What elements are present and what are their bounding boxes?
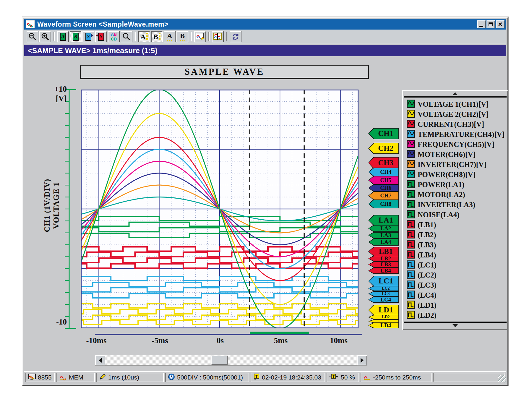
channel-tag-lc2[interactable]: LC2 (368, 286, 399, 291)
cursor-a-toggle-button[interactable]: A (138, 31, 150, 42)
status-text: MEM (69, 374, 83, 381)
channel-tag-ld2[interactable]: LD2 (368, 315, 399, 319)
tag-label: LB2 (368, 256, 399, 262)
search-button[interactable] (121, 31, 132, 42)
channel-tag-ch1[interactable]: CH1 (368, 128, 399, 139)
legend-item-current-ch3-v[interactable]: CURRENT(CH3)[V] (404, 119, 506, 129)
channel-tag-la3[interactable]: LA3 (368, 232, 399, 239)
y-axis-top-label: +10 (42, 85, 67, 94)
goto-end-button[interactable]: S (95, 31, 107, 42)
channel-tag-lc4[interactable]: LC4 (368, 296, 399, 303)
goto-cursor-a-button[interactable]: A (57, 31, 69, 42)
channel-tag-lb4[interactable]: LB4 (368, 267, 399, 274)
close-button[interactable]: × (496, 20, 505, 28)
maximize-button[interactable] (486, 20, 495, 28)
refresh-button[interactable] (230, 31, 241, 42)
channel-tag-ch2[interactable]: CH2 (368, 143, 399, 154)
legend-item-lb2[interactable]: (LB2) (404, 230, 506, 240)
square-wave-icon (407, 301, 415, 310)
channel-tag-ch6[interactable]: CH6 (368, 184, 399, 192)
end-flag-icon: S (98, 33, 104, 41)
square-wave-icon (407, 270, 415, 280)
channel-tag-ch5[interactable]: CH5 (368, 176, 399, 185)
toolbar-separator (135, 32, 136, 41)
legend-item-motor-la2[interactable]: MOTOR(LA2) (404, 190, 506, 200)
svg-text:T: T (332, 374, 335, 379)
channel-group-abcd-button[interactable]: AB CD (108, 31, 120, 42)
cursor-b-toggle-button[interactable]: B (151, 31, 163, 42)
sine-wave-icon (407, 130, 415, 139)
legend-item-moter-ch6-v[interactable]: MOTER(CH6)[V] (404, 150, 506, 160)
legend-item-lc1[interactable]: (LC1) (404, 260, 506, 270)
arrow-left-icon (96, 34, 98, 37)
legend-item-temperature-ch4-v[interactable]: TEMPERATURE(CH4)[V] (404, 129, 506, 140)
square-wave-icon (407, 210, 415, 220)
channel-tag-ch3[interactable]: CH3 (368, 157, 399, 169)
minimize-button[interactable] (477, 20, 486, 28)
scroll-right-button[interactable] (357, 355, 367, 365)
legend-label: (LB3) (418, 241, 436, 249)
legend-item-ld1[interactable]: (LD1) (404, 300, 506, 310)
square-wave-icon (407, 220, 415, 230)
legend-item-inverter-la3[interactable]: INVERTER(LA3) (404, 200, 506, 210)
legend-item-frequency-ch5-v[interactable]: FREQUENCY(CH5)[V] (404, 140, 506, 150)
status-text: 500DIV : 500ms(50001) (177, 374, 243, 381)
legend-item-ld2[interactable]: (LD2) (404, 310, 506, 320)
channel-tag-ch4[interactable]: CH4 (368, 168, 399, 176)
status-bar: 8855MEM1ms (10us)500DIV : 500ms(50001)T0… (24, 371, 506, 383)
resize-grip[interactable] (498, 375, 506, 382)
channel-tag-la2[interactable]: LA2 (368, 225, 399, 232)
square-wave-icon (407, 260, 415, 270)
legend-scroll-down[interactable] (404, 322, 507, 329)
channel-tag-lb2[interactable]: LB2 (368, 256, 399, 262)
legend-item-power-ch8-v[interactable]: POWER(CH8)[V] (404, 170, 506, 180)
tag-label: LD1 (368, 305, 399, 315)
tag-label: CH8 (368, 200, 399, 208)
legend-item-lc3[interactable]: (LC3) (404, 280, 506, 290)
legend-item-voltage-2-ch2-v[interactable]: VOLTAGE 2(CH2)[V] (404, 109, 506, 119)
mark-a-button[interactable]: A (164, 31, 176, 42)
goto-cursor-b-button[interactable]: B (70, 31, 82, 42)
arrow-right-icon (91, 34, 93, 37)
legend-item-lb1[interactable]: (LB1) (404, 220, 506, 230)
zoom-in-button[interactable] (39, 31, 51, 42)
legend-item-inverter-ch7-v[interactable]: INVERTER(CH7)[V] (404, 160, 506, 170)
channel-tag-ch7[interactable]: CH7 (368, 191, 399, 200)
legend-item-lb4[interactable]: (LB4) (404, 250, 506, 260)
channel-tag-ld4[interactable]: LD4 (368, 322, 399, 328)
legend-scroll-up[interactable] (404, 91, 507, 98)
screen-icon (28, 373, 36, 382)
legend-item-lb3[interactable]: (LB3) (404, 240, 506, 250)
square-wave-icon (407, 291, 415, 300)
overlay-waves-button[interactable] (194, 31, 206, 42)
overlay-waves-icon (196, 33, 205, 41)
channel-tag-lc1[interactable]: LC1 (368, 276, 399, 286)
toolbar-separator (191, 32, 192, 41)
legend-item-voltage-1-ch1-v[interactable]: VOLTAGE 1(CH1)[V] (404, 99, 506, 109)
channel-tag-ch8[interactable]: CH8 (368, 200, 399, 208)
channel-tag-la4[interactable]: LA4 (368, 239, 399, 246)
channel-tag-la1[interactable]: LA1 (368, 215, 399, 226)
svg-text:T: T (255, 374, 258, 379)
horizontal-scrollbar[interactable] (95, 355, 367, 366)
sine-wave-icon (407, 140, 415, 149)
mark-b-button[interactable]: B (176, 31, 188, 42)
x-axis-bar (95, 334, 362, 335)
zoom-out-button[interactable] (27, 31, 38, 42)
split-waves-button[interactable] (212, 31, 224, 42)
channel-tag-lb3[interactable]: LB3 (368, 262, 399, 267)
channel-tag-lc3[interactable]: LC3 (368, 291, 399, 296)
channel-tag-lb1[interactable]: LB1 (368, 247, 399, 256)
legend-item-noise-la4[interactable]: NOISE(LA4) (404, 210, 506, 220)
legend-item-lc4[interactable]: (LC4) (404, 290, 506, 300)
channel-tag-ld1[interactable]: LD1 (368, 305, 399, 315)
status-text: 1ms (10us) (108, 374, 139, 381)
search-icon (122, 33, 131, 41)
minimize-icon (479, 26, 483, 27)
tag-label: LB1 (368, 247, 399, 256)
scrollbar-thumb[interactable] (211, 356, 228, 365)
goto-start-button[interactable]: S (82, 31, 94, 42)
scroll-left-button[interactable] (95, 355, 105, 365)
legend-item-power-la1[interactable]: POWER(LA1) (404, 180, 506, 190)
legend-item-lc2[interactable]: (LC2) (404, 270, 506, 280)
